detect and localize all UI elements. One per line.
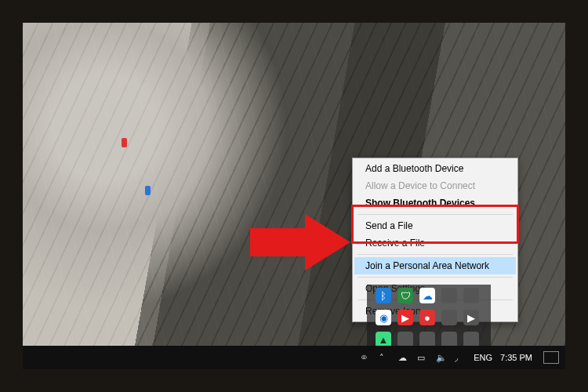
annotation-highlight-box [351,205,519,244]
tray-icon[interactable] [463,288,479,303]
volume-icon[interactable]: 🔈 [436,353,447,363]
defender-icon[interactable]: 🛡 [397,288,413,303]
menu-separator [358,254,513,255]
wallpaper-climber-blue [145,186,151,195]
tray-icon-red[interactable]: ● [419,310,435,325]
system-tray-overflow[interactable]: ᛒ 🛡 ☁ ◉ ▶ ● ▶ ▲ [367,285,491,347]
wallpaper-climber-red [122,138,127,147]
tray-icon[interactable] [441,310,457,325]
action-center-icon[interactable] [543,351,559,364]
tray-icon[interactable] [441,288,457,303]
tray-icon[interactable] [419,332,435,347]
tray-icon[interactable]: ▶ [463,310,479,325]
youtube-icon[interactable]: ▶ [397,310,413,325]
bluetooth-icon[interactable]: ᛒ [376,288,391,303]
taskbar-system-area: ᯣ ˄ ☁ ▭ 🔈 ◞ ENG 7:35 PM [361,351,559,364]
language-indicator[interactable]: ENG [474,353,492,362]
clock[interactable]: 7:35 PM [500,353,532,362]
tray-icon[interactable] [441,332,457,347]
network-icon[interactable]: ▭ [417,353,428,363]
menu-join-pan[interactable]: Join a Personal Area Network [354,257,516,274]
onedrive-icon[interactable]: ☁ [419,288,435,303]
tray-icon[interactable] [463,332,479,347]
menu-allow-device-connect: Allow a Device to Connect [354,177,516,194]
desktop: Add a Bluetooth Device Allow a Device to… [23,23,565,369]
wifi-icon[interactable]: ◞ [455,353,466,363]
onedrive-taskbar-icon[interactable]: ☁ [398,353,409,363]
tray-icon[interactable] [397,332,413,347]
taskbar: ᯣ ˄ ☁ ▭ 🔈 ◞ ENG 7:35 PM [23,346,565,369]
menu-separator [358,277,513,278]
teamviewer-icon[interactable]: ◉ [376,310,391,325]
people-icon[interactable]: ᯣ [361,353,372,362]
tray-chevron-up-icon[interactable]: ˄ [379,353,390,363]
android-icon[interactable]: ▲ [376,332,391,347]
menu-add-bluetooth-device[interactable]: Add a Bluetooth Device [354,160,516,177]
